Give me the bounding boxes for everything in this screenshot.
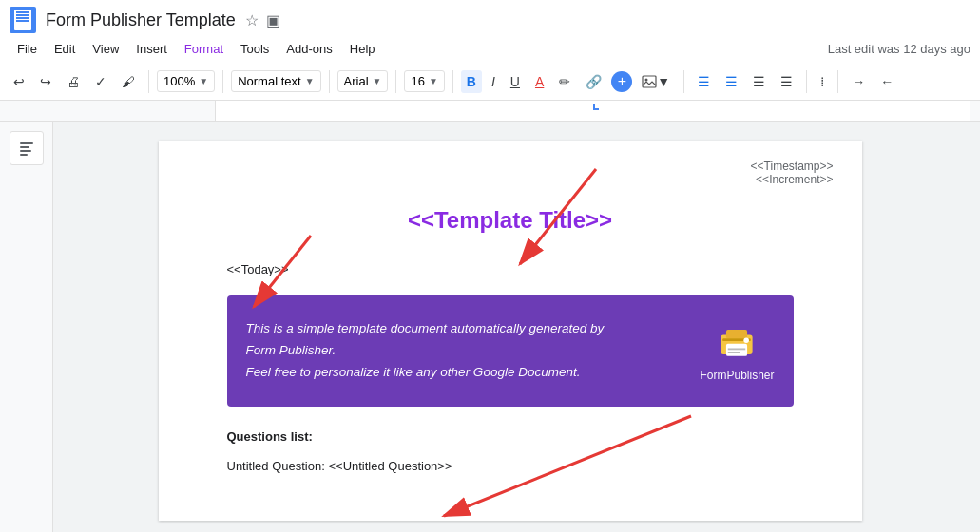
line-spacing-button[interactable]: ⁞ [815, 70, 830, 93]
indent-less-button[interactable]: → [846, 70, 871, 93]
toolbar-sep-6 [683, 70, 684, 93]
document-area: <<Timestamp>> <<Increment>> <<Template T… [53, 122, 967, 532]
star-icon[interactable]: ☆ [245, 11, 259, 29]
today-field: <<Today>> [227, 262, 794, 276]
link-button[interactable]: 🔗 [580, 70, 607, 93]
outline-toggle-button[interactable] [10, 131, 44, 165]
spell-check-button[interactable]: ✓ [89, 70, 112, 93]
svg-point-12 [744, 338, 750, 344]
ruler-tab-stop [593, 104, 599, 110]
form-publisher-logo: FormPublisher [700, 319, 774, 382]
top-right-fields: <<Timestamp>> <<Increment>> [751, 160, 834, 186]
untitled-question-field: Untitled Question: <<Untitled Question>> [227, 459, 794, 473]
logo-label: FormPublisher [700, 369, 774, 382]
svg-rect-4 [20, 150, 31, 152]
indent-more-button[interactable]: ← [874, 70, 899, 93]
purple-info-box: This is a simple template document autom… [227, 295, 794, 407]
highlight-button[interactable]: ✏ [553, 70, 576, 93]
menu-help[interactable]: Help [342, 38, 383, 60]
ruler [0, 101, 980, 122]
toolbar: ↩ ↪ 🖨 ✓ 🖌 100% ▼ Normal text ▼ Arial ▼ 1… [0, 63, 980, 101]
svg-rect-5 [20, 154, 28, 156]
menu-file[interactable]: File [10, 38, 45, 60]
font-dropdown-arrow: ▼ [373, 76, 382, 86]
timestamp-field: <<Timestamp>> [751, 160, 834, 173]
menu-insert[interactable]: Insert [128, 38, 175, 60]
toolbar-sep-5 [452, 70, 453, 93]
toolbar-sep-2 [222, 70, 223, 93]
image-dropdown-arrow: ▼ [657, 74, 670, 89]
svg-rect-10 [728, 349, 745, 351]
menu-edit[interactable]: Edit [47, 38, 83, 60]
undo-button[interactable]: ↩ [8, 70, 30, 93]
svg-rect-3 [20, 146, 29, 148]
paint-format-button[interactable]: 🖌 [116, 70, 141, 93]
menu-view[interactable]: View [85, 38, 126, 60]
last-edit-label: Last edit was 12 days ago [828, 42, 970, 56]
printer-icon [714, 319, 759, 365]
ruler-inner [215, 101, 970, 121]
toolbar-sep-3 [329, 70, 330, 93]
zoom-dropdown-arrow: ▼ [199, 76, 208, 86]
menu-tools[interactable]: Tools [233, 38, 277, 60]
size-dropdown[interactable]: 16 ▼ [404, 70, 444, 92]
bold-button[interactable]: B [461, 70, 482, 93]
svg-rect-11 [728, 352, 740, 354]
toolbar-sep-8 [837, 70, 838, 93]
zoom-dropdown[interactable]: 100% ▼ [157, 70, 215, 92]
align-center-button[interactable]: ☰ [720, 70, 743, 93]
text-color-button[interactable]: A [529, 70, 549, 93]
purple-box-text: This is a simple template document autom… [246, 318, 672, 384]
svg-rect-0 [643, 76, 656, 87]
style-dropdown[interactable]: Normal text ▼ [231, 70, 320, 92]
svg-rect-7 [726, 330, 747, 338]
style-dropdown-arrow: ▼ [305, 76, 315, 86]
title-icons: ☆ ▣ [245, 11, 280, 29]
right-scrollbar[interactable] [967, 122, 980, 532]
align-justify-button[interactable]: ☰ [775, 70, 798, 93]
document-title: Form Publisher Template [46, 10, 236, 30]
size-dropdown-arrow: ▼ [429, 76, 438, 86]
underline-button[interactable]: U [505, 70, 526, 93]
sidebar [0, 122, 53, 532]
align-right-button[interactable]: ☰ [747, 70, 771, 93]
print-button[interactable]: 🖨 [61, 70, 86, 93]
font-dropdown[interactable]: Arial ▼ [337, 70, 389, 92]
menu-bar: File Edit View Insert Format Tools Add-o… [0, 34, 980, 63]
title-bar: Form Publisher Template ☆ ▣ [0, 0, 980, 34]
menu-format[interactable]: Format [177, 38, 231, 60]
toolbar-sep-7 [806, 70, 807, 93]
template-title: <<Template Title>> [227, 207, 794, 234]
doc-app-icon [10, 7, 36, 33]
questions-list-label: Questions list: [227, 429, 794, 444]
menu-addons[interactable]: Add-ons [279, 38, 339, 60]
redo-button[interactable]: ↪ [34, 70, 57, 93]
italic-button[interactable]: I [486, 70, 501, 93]
insert-image-button[interactable]: ▼ [636, 70, 676, 93]
toolbar-sep-4 [395, 70, 396, 93]
increment-field: <<Increment>> [751, 173, 834, 186]
align-left-button[interactable]: ☰ [692, 70, 716, 93]
svg-point-1 [645, 78, 648, 81]
folder-icon[interactable]: ▣ [266, 11, 280, 29]
toolbar-sep-1 [148, 70, 149, 93]
svg-rect-2 [20, 142, 33, 144]
document-page: <<Timestamp>> <<Increment>> <<Template T… [159, 141, 862, 521]
insert-special-button[interactable]: + [611, 71, 632, 92]
main-area: <<Timestamp>> <<Increment>> <<Template T… [0, 122, 980, 532]
